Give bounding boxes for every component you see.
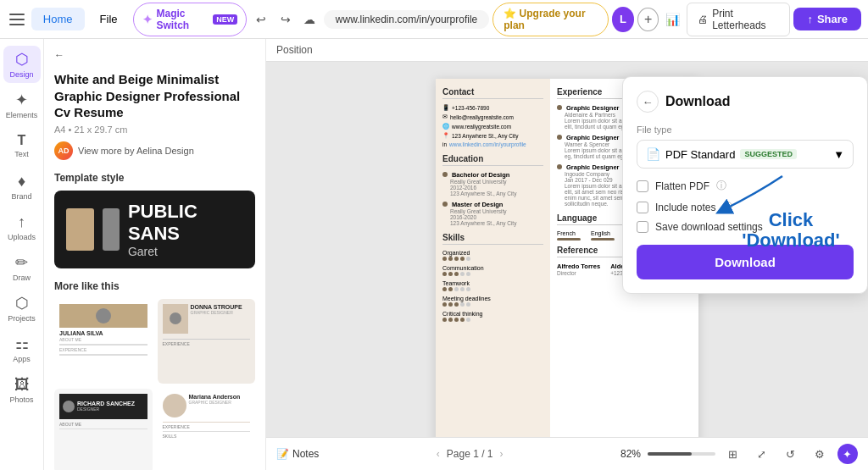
notes-button[interactable]: 📝 Notes: [276, 448, 319, 460]
menu-icon[interactable]: [7, 8, 28, 31]
undo-canvas-icon[interactable]: ↺: [780, 443, 802, 465]
sidebar-item-photos-label: Photos: [9, 395, 33, 404]
sidebar-item-design[interactable]: ⬡ Design: [3, 46, 41, 83]
skill-3-dots: [442, 287, 543, 291]
edu-dot-1: [442, 172, 448, 177]
flatten-pdf-info-icon: ⓘ: [716, 179, 726, 193]
file-type-left: 📄 PDF Standard SUGGESTED: [646, 147, 797, 161]
add-profile-button[interactable]: +: [637, 8, 659, 31]
notes-icon: 📝: [276, 448, 289, 460]
back-arrow-icon: ←: [54, 49, 64, 61]
font-name: PUBLIC SANS: [128, 201, 243, 245]
sidebar-item-uploads-label: Uploads: [8, 233, 36, 241]
sidebar-item-apps-label: Apps: [13, 355, 31, 363]
upgrade-button[interactable]: ⭐ Upgrade your plan: [492, 3, 608, 36]
sidebar-item-brand[interactable]: ♦ Brand: [3, 168, 41, 205]
more-like-label: More like this: [54, 280, 255, 292]
sidebar-item-brand-label: Brand: [11, 192, 31, 201]
location-icon: 📍: [442, 132, 449, 139]
sidebar-item-projects[interactable]: ⬡ Projects: [3, 290, 41, 327]
avatar[interactable]: L: [612, 7, 635, 32]
include-notes-option[interactable]: Include notes ⓘ: [637, 200, 854, 214]
chevron-left-icon[interactable]: ‹: [437, 448, 440, 460]
undo-button[interactable]: ↩: [250, 8, 271, 31]
template-style-label: Template style: [54, 172, 255, 184]
download-button[interactable]: Download: [637, 245, 854, 279]
template-title: White and Beige Minimalist Graphic Desig…: [54, 71, 255, 121]
settings-icon[interactable]: ⚙: [809, 443, 831, 465]
resume-left-col: Contact 📱 +123-456-7890 ✉ hello@reallygr…: [436, 79, 550, 437]
template-thumb-3[interactable]: RICHARD SANCHEZ DESIGNER ABOUT ME: [54, 389, 153, 471]
top-nav: Home File ✦ Magic Switch NEW ↩ ↪ ☁ www.l…: [0, 0, 868, 39]
file-type-select[interactable]: 📄 PDF Standard SUGGESTED ▼: [637, 140, 854, 169]
uploads-icon: ↑: [18, 213, 25, 231]
chevron-right-icon[interactable]: ›: [500, 448, 504, 460]
template-thumb-4[interactable]: Mariana Anderson GRAPHIC DESIGNER EXPERI…: [158, 389, 256, 471]
print-letterheads-button[interactable]: 🖨 Print Letterheads: [687, 3, 790, 36]
thumb-3-name: RICHARD SANCHEZ: [77, 401, 135, 406]
save-settings-checkbox[interactable]: [637, 221, 648, 233]
new-badge: NEW: [213, 14, 237, 25]
save-settings-option[interactable]: Save download settings: [637, 221, 854, 233]
download-panel-title: Download: [665, 94, 730, 109]
notes-label: Notes: [292, 448, 319, 460]
canvas-area: Position Contact 📱 +123-456-7890 ✉ hello…: [266, 39, 868, 470]
share-button[interactable]: ↑ Share: [793, 8, 861, 30]
redo-button[interactable]: ↪: [275, 8, 296, 31]
sidebar-item-design-label: Design: [9, 70, 33, 79]
author-badge: AD: [54, 141, 73, 160]
sidebar-item-draw[interactable]: ✏ Draw: [3, 249, 41, 286]
fullscreen-icon[interactable]: ⤢: [751, 443, 773, 465]
panel-back-button[interactable]: ←: [54, 49, 255, 61]
include-notes-checkbox[interactable]: [637, 202, 648, 213]
flatten-pdf-option[interactable]: Flatten PDF ⓘ: [637, 179, 854, 193]
save-settings-label: Save download settings: [655, 221, 763, 233]
share-label: Share: [817, 13, 848, 25]
svg-rect-1: [9, 19, 25, 20]
phone-icon: 📱: [442, 104, 449, 111]
flatten-pdf-checkbox[interactable]: [637, 180, 648, 192]
magic-switch-button[interactable]: ✦ Magic Switch NEW: [133, 3, 248, 36]
grid-view-icon[interactable]: ⊞: [722, 443, 744, 465]
position-label: Position: [276, 44, 313, 56]
sidebar-item-elements[interactable]: ✦ Elements: [3, 86, 41, 124]
download-panel: ← Download File type 📄 PDF Standard SUGG…: [622, 76, 868, 294]
nav-tab-file[interactable]: File: [88, 8, 130, 30]
font-preview: PUBLIC SANS Garet: [54, 191, 255, 268]
skill-4: Meeting deadlines: [442, 296, 543, 307]
template-thumb-2[interactable]: DONNA STROUPE GRAPHIC DESIGNER EXPERIENC…: [158, 299, 256, 384]
brand-icon: ♦: [18, 173, 25, 191]
download-panel-header: ← Download: [637, 91, 854, 113]
skill-5: Critical thinking: [442, 311, 543, 322]
print-label: Print Letterheads: [712, 8, 779, 31]
skill-2-dots: [442, 272, 543, 276]
skill-1-dots: [442, 257, 543, 261]
zoom-level: 82%: [620, 448, 641, 460]
thumb-2-name: DONNA STROUPE: [191, 304, 251, 310]
template-thumb-1[interactable]: JULIANA SILVA ABOUT ME EXPERIENCE: [54, 299, 153, 384]
sync-button[interactable]: ☁: [299, 8, 320, 31]
file-type-value: PDF Standard: [665, 148, 735, 161]
magic-switch-label: Magic Switch: [157, 8, 209, 31]
linkedin-icon: in: [442, 141, 447, 147]
magic-tool-icon[interactable]: ✦: [837, 444, 858, 464]
sidebar-item-photos[interactable]: 🖼 Photos: [3, 371, 41, 408]
template-grid: JULIANA SILVA ABOUT ME EXPERIENCE DONNA: [54, 299, 255, 471]
include-notes-info-icon: ⓘ: [722, 200, 732, 214]
sidebar-item-text[interactable]: T Text: [3, 127, 41, 164]
bottom-icons: 82% ⊞ ⤢ ↺ ⚙ ✦: [620, 443, 858, 465]
elements-icon: ✦: [15, 91, 28, 109]
analytics-icon[interactable]: 📊: [662, 8, 683, 31]
flatten-pdf-label: Flatten PDF: [655, 180, 709, 192]
panel-author: AD View more by Aelina Design: [54, 141, 255, 160]
author-label[interactable]: View more by Aelina Design: [78, 146, 194, 156]
sidebar-item-uploads[interactable]: ↑ Uploads: [3, 208, 41, 246]
phone-row: 📱 +123-456-7890: [442, 104, 543, 111]
download-panel-back-button[interactable]: ←: [637, 91, 659, 113]
zoom-slider[interactable]: [648, 452, 715, 456]
nav-tab-home[interactable]: Home: [31, 8, 85, 30]
canvas-bottom-bar: 📝 Notes ‹ Page 1 / 1 › 82% ⊞ ⤢ ↺ ⚙ ✦: [266, 437, 868, 470]
sidebar-item-apps[interactable]: ⚏ Apps: [3, 330, 41, 368]
draw-icon: ✏: [15, 253, 28, 272]
skill-1: Organized: [442, 250, 543, 261]
